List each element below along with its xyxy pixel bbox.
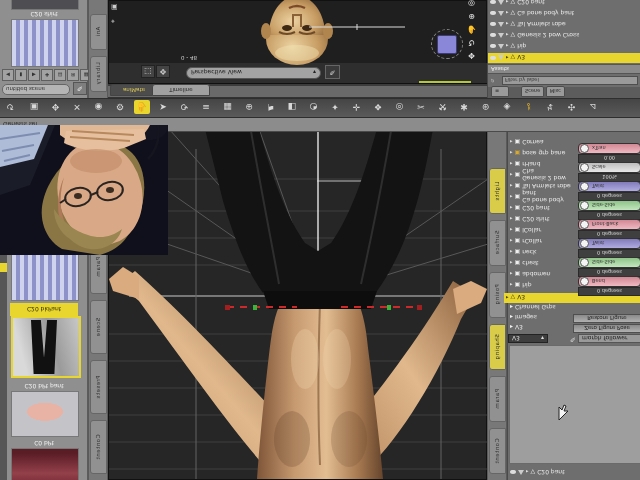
- viewport-corner-icon[interactable]: ⌖: [111, 17, 115, 25]
- expander-icon[interactable]: ▸: [510, 151, 513, 157]
- expander-icon[interactable]: ▸: [506, 295, 509, 301]
- tab-animate[interactable]: aniMate: [110, 84, 158, 96]
- parameter-slider[interactable]: 100% Scale: [578, 163, 640, 182]
- expander-icon[interactable]: ▸: [510, 173, 513, 179]
- viewport-option-icon[interactable]: ⬚: [141, 65, 155, 78]
- dock-row[interactable]: ▸ Images: [508, 313, 571, 323]
- zero-figure-button[interactable]: Zero Figure Pose: [573, 324, 640, 333]
- toolbar-icon[interactable]: ◉: [91, 100, 107, 114]
- toolbar-icon[interactable]: ▣: [26, 100, 42, 114]
- nav-button[interactable]: ⊞: [67, 69, 79, 81]
- view-control-rotate[interactable]: ↻: [465, 37, 478, 48]
- side-tab[interactable]: Library: [90, 56, 107, 92]
- toolbar-icon[interactable]: ⚷: [521, 100, 537, 114]
- toolbar-icon[interactable]: ❖: [370, 100, 386, 114]
- side-tab[interactable]: Param: [489, 376, 506, 422]
- expander-icon[interactable]: ▸: [510, 206, 513, 212]
- slider-track[interactable]: Side-Side: [578, 257, 640, 268]
- side-tab[interactable]: Content: [90, 420, 107, 474]
- view-control-pan[interactable]: ✋: [465, 24, 478, 35]
- expander-icon[interactable]: ▸: [506, 0, 509, 6]
- dock-row[interactable]: ▸ Channel Grps: [508, 303, 571, 313]
- slider-knob[interactable]: [580, 220, 589, 229]
- tab-timeline[interactable]: Timeline: [152, 84, 210, 96]
- scene-row[interactable]: ▸ ▽ C20 pant: [488, 0, 640, 8]
- library-thumbnail-partial[interactable]: [11, 0, 79, 10]
- tree-row[interactable]: ▸ ▣ rCollar: [508, 236, 577, 247]
- eye-icon[interactable]: [490, 45, 496, 49]
- toolbar-icon[interactable]: ⟳: [177, 100, 193, 114]
- side-tab[interactable]: Lights: [489, 168, 506, 214]
- toolbar-icon[interactable]: ≡: [198, 100, 214, 114]
- side-tab[interactable]: Surface: [489, 220, 506, 266]
- parameter-slider[interactable]: 0 degrees Twist: [578, 239, 640, 258]
- toolbar-icon[interactable]: ◧: [284, 100, 300, 114]
- expander-icon[interactable]: ▸: [510, 162, 513, 168]
- side-tab[interactable]: Posing: [489, 272, 506, 318]
- library-thumbnail-pants-selected[interactable]: [11, 316, 81, 378]
- toolbar-icon[interactable]: ✥: [48, 100, 64, 114]
- toolbar-icon[interactable]: ⊛: [478, 100, 494, 114]
- camera-edit-icon[interactable]: ✎: [325, 65, 340, 79]
- parameter-slider[interactable]: 0 degrees Side-Side: [578, 258, 640, 277]
- side-tab[interactable]: Content: [489, 428, 506, 474]
- side-tab[interactable]: Ani: [90, 14, 107, 50]
- selected-scene-row[interactable]: ▸ ▽ V3: [488, 53, 640, 63]
- tree-row[interactable]: ▸ ▣ chest: [508, 258, 577, 269]
- view-cube[interactable]: [437, 35, 457, 54]
- toolbar-icon[interactable]: ◔: [306, 100, 322, 114]
- view-control-dolly[interactable]: ⊕: [465, 11, 478, 22]
- dock-field[interactable]: morph follower: [578, 334, 640, 343]
- scene-row[interactable]: ▸ ▽ hip: [488, 41, 640, 52]
- slider-track[interactable]: xTran: [578, 143, 640, 154]
- scene-filter-input[interactable]: Filter by label: [502, 76, 638, 85]
- tree-row[interactable]: ▸ ▣ Cornea: [508, 137, 577, 148]
- side-tab[interactable]: Scene: [90, 300, 107, 354]
- toolbar-icon[interactable]: ◈: [499, 100, 515, 114]
- edit-icon[interactable]: ✎: [73, 82, 87, 95]
- side-tab[interactable]: Shaping: [489, 324, 506, 370]
- side-tab[interactable]: Presets: [90, 360, 107, 414]
- view-control-orbit[interactable]: ✥: [465, 50, 478, 61]
- expander-icon[interactable]: ▸: [506, 33, 509, 39]
- expander-icon[interactable]: ▸: [510, 272, 513, 278]
- parameter-slider[interactable]: 0 degrees Side-Side: [578, 201, 640, 220]
- toolbar-icon[interactable]: ⚙: [112, 100, 128, 114]
- toolbar-icon[interactable]: ✋: [134, 100, 150, 114]
- dock-row[interactable]: ▸ V3: [508, 323, 571, 333]
- expander-icon[interactable]: ▸: [510, 195, 513, 201]
- tree-row[interactable]: ▸ ▣ abdomen: [508, 269, 577, 280]
- expander-icon[interactable]: ▸: [510, 217, 513, 223]
- viewport-option-icon[interactable]: ✥: [156, 65, 170, 78]
- expander-icon[interactable]: ▸: [506, 44, 509, 50]
- slider-knob[interactable]: [580, 239, 589, 248]
- toolbar-icon[interactable]: ✕: [69, 100, 85, 114]
- tree-row[interactable]: ▸ ▣ Ca bone body pant: [508, 192, 577, 203]
- expander-icon[interactable]: ▸: [510, 250, 513, 256]
- scene-row[interactable]: ▸ ▽ Ca bone body pant: [488, 8, 640, 19]
- parameter-slider[interactable]: 0 degrees Bend: [578, 277, 640, 296]
- nav-button[interactable]: ▶: [28, 69, 40, 81]
- tree-row[interactable]: ▸ ▣ C20 pant: [508, 203, 577, 214]
- tree-row[interactable]: ▸ ▣ pose grp pane: [508, 148, 577, 159]
- parameter-slider[interactable]: 0.00 xTran: [578, 144, 640, 163]
- tree-row[interactable]: ▸ ▣ Genesis 2 bow Cha: [508, 170, 577, 181]
- dock-header-row[interactable]: ▸ ▽ C20 pant: [508, 467, 640, 478]
- library-thumbnail-shirt[interactable]: [11, 249, 79, 301]
- eye-icon[interactable]: [490, 23, 496, 27]
- empty-pane[interactable]: [509, 345, 640, 464]
- slider-track[interactable]: Twist: [578, 238, 640, 249]
- toolbar-icon[interactable]: ✛: [349, 100, 365, 114]
- eye-icon[interactable]: [490, 56, 496, 60]
- expander-icon[interactable]: ▸: [506, 22, 509, 28]
- tree-row[interactable]: ▸ ▣ hip: [508, 280, 577, 291]
- nav-button[interactable]: ✚: [41, 69, 53, 81]
- library-thumbnail-red[interactable]: [11, 448, 79, 480]
- camera-selector[interactable]: Perspective View ▾: [186, 67, 321, 79]
- expander-icon[interactable]: ▸: [510, 184, 513, 190]
- expander-icon[interactable]: ▸: [526, 470, 529, 476]
- slider-knob[interactable]: [580, 277, 589, 286]
- slider-knob[interactable]: [580, 201, 589, 210]
- expander-icon[interactable]: ▸: [506, 11, 509, 17]
- slider-track[interactable]: Scale: [578, 162, 640, 173]
